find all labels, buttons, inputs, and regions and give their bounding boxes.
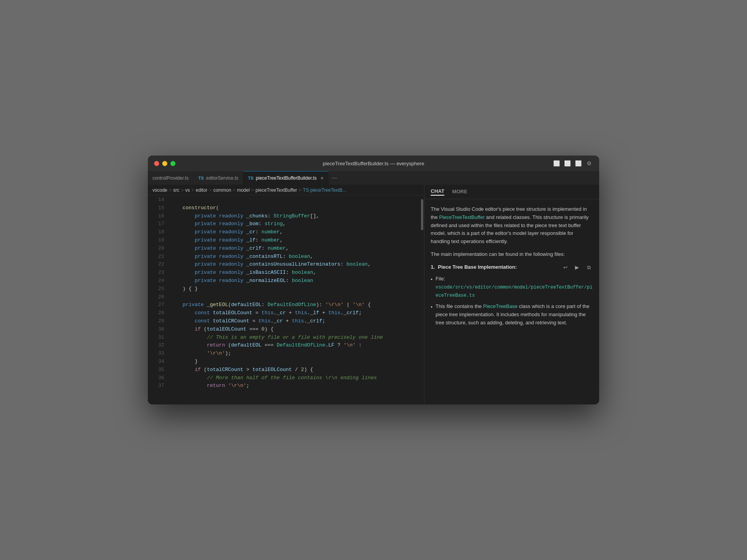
chat-content: The Visual Studio Code editor's piece tr…: [424, 199, 599, 404]
code-line-19: private readonly _lf: number,: [170, 236, 419, 245]
bc-src[interactable]: src: [173, 187, 179, 193]
tab-piecetree[interactable]: TS pieceTreeTextBufferBuilder.ts ×: [243, 171, 328, 185]
close-button[interactable]: [154, 161, 159, 166]
code-line-23: private readonly _isBasicASCII: boolean,: [170, 269, 419, 277]
file-label: File:: [436, 276, 445, 282]
code-line-32: return (defaultEOL === DefaultEndOfLine.…: [170, 341, 419, 350]
titlebar-actions: ⬜ ⬜ ⬜ ⚙: [552, 159, 593, 167]
code-line-20: private readonly _crlf: number,: [170, 245, 419, 253]
section-1: 1. Piece Tree Base Implementation: ↩ ▶ ⧉…: [431, 263, 593, 327]
code-line-24: private readonly _normalizeEOL: boolean: [170, 277, 419, 285]
section-number-1: 1.: [431, 264, 436, 270]
code-line-22: private readonly _containsUnusualLineTer…: [170, 261, 419, 269]
editor-scrollbar[interactable]: [419, 195, 424, 404]
code-line-33: '\r\n');: [170, 350, 419, 358]
code-line-34: }: [170, 358, 419, 366]
code-line-31: // This is an empty file or a file with …: [170, 334, 419, 342]
section-1-header-row: 1. Piece Tree Base Implementation: ↩ ▶ ⧉: [431, 263, 593, 272]
tab-editorservice[interactable]: TS editorService.ts: [194, 171, 244, 185]
section-1-desc-bullet: • This file contains the PieceTreeBase c…: [431, 303, 593, 327]
chat-main-text: The main implementation can be found in …: [431, 250, 593, 259]
traffic-lights: [154, 161, 175, 166]
code-line-25: ) { }: [170, 285, 419, 293]
split-horizontal-icon[interactable]: ⬜: [563, 159, 571, 167]
tab-label: editorService.ts: [206, 175, 238, 181]
code-line-37: return '\r\n';: [170, 382, 419, 390]
minimize-button[interactable]: [162, 161, 167, 166]
app-window: pieceTreeTextBufferBuilder.ts — everysph…: [148, 156, 599, 404]
bc-editor[interactable]: editor: [196, 187, 207, 193]
split-left-icon[interactable]: ⬜: [552, 159, 560, 167]
undo-icon[interactable]: ↩: [561, 263, 570, 272]
maximize-button[interactable]: [170, 161, 175, 166]
code-line-21: private readonly _containsRTL: boolean,: [170, 253, 419, 261]
bc-vscode[interactable]: vscode: [153, 187, 167, 193]
tab-controlprovider[interactable]: controlProvider.ts: [148, 171, 194, 185]
bc-piecetree-folder[interactable]: pieceTreeTextBuffer: [256, 187, 297, 193]
settings-icon[interactable]: ⚙: [585, 159, 593, 167]
file-path-link[interactable]: vscode/src/vs/editor/common/model/pieceT…: [436, 285, 593, 298]
chat-intro: The Visual Studio Code editor's piece tr…: [431, 205, 593, 246]
code-line-26: [170, 293, 419, 301]
ts-badge: TS: [248, 176, 253, 180]
section-1-description: This file contains the PieceTreeBase cla…: [436, 303, 593, 327]
code-line-17: private readonly _bom: string,: [170, 220, 419, 228]
section-1-title: Piece Tree Base Implementation:: [438, 264, 517, 270]
code-line-18: private readonly _cr: number,: [170, 228, 419, 236]
code-line-29: const totalCRCount = this._cr + this._cr…: [170, 317, 419, 326]
code-line-28: const totalEOLCount = this._cr + this._l…: [170, 309, 419, 317]
bc-ts-file[interactable]: TS pieceTreeTextB…: [303, 187, 347, 193]
play-icon[interactable]: ▶: [573, 263, 581, 272]
code-line-30: if (totalEOLCount === 0) {: [170, 326, 419, 334]
titlebar: pieceTreeTextBufferBuilder.ts — everysph…: [148, 156, 599, 171]
code-editor[interactable]: constructor( private readonly _chunks: S…: [167, 195, 419, 404]
code-line-16: private readonly _chunks: StringBuffer[]…: [170, 212, 419, 220]
code-line-27: private _getEOL(defaultEOL: DefaultEndOf…: [170, 301, 419, 309]
breadcrumb: vscode > src > vs > editor > common > mo…: [148, 185, 424, 195]
code-line-36: // More than half of the file contains \…: [170, 374, 419, 382]
piecetreebase-link[interactable]: PieceTreeBase: [483, 303, 517, 309]
line-numbers: 14 15 16 17 18 19 20 21 22 23 24 25 26 2…: [148, 195, 167, 404]
window-title: pieceTreeTextBufferBuilder.ts — everysph…: [323, 161, 424, 166]
bc-vs[interactable]: vs: [185, 187, 190, 193]
tab-label: controlProvider.ts: [153, 175, 189, 181]
piecetreebuffer-link[interactable]: PieceTreeTextBuffer: [439, 214, 485, 220]
code-line-15: constructor(: [170, 204, 419, 212]
tab-chat[interactable]: CHAT: [431, 188, 444, 196]
section-1-actions: ↩ ▶ ⧉: [561, 263, 593, 272]
code-line-35: if (totalCRCount > totalEOLCount / 2) {: [170, 366, 419, 374]
tab-close-icon[interactable]: ×: [321, 175, 324, 181]
tab-overflow-icon[interactable]: ···: [329, 175, 340, 182]
main-content: vscode > src > vs > editor > common > mo…: [148, 185, 599, 404]
chat-header: CHAT MORE: [424, 185, 599, 199]
code-area: 14 15 16 17 18 19 20 21 22 23 24 25 26 2…: [148, 195, 424, 404]
bc-common[interactable]: common: [213, 187, 231, 193]
editor-panel: vscode > src > vs > editor > common > mo…: [148, 185, 424, 404]
split-right-icon[interactable]: ⬜: [574, 159, 582, 167]
section-1-file-bullet: • File: vscode/src/vs/editor/common/mode…: [431, 275, 593, 299]
scrollbar-thumb: [421, 199, 423, 230]
bc-model[interactable]: model: [237, 187, 250, 193]
tabbar: controlProvider.ts TS editorService.ts T…: [148, 171, 599, 185]
tab-more[interactable]: MORE: [452, 189, 467, 195]
tab-label: pieceTreeTextBufferBuilder.ts: [256, 175, 317, 181]
ts-badge: TS: [198, 176, 204, 180]
copy-icon[interactable]: ⧉: [584, 263, 593, 272]
chat-panel: CHAT MORE The Visual Studio Code editor'…: [424, 185, 599, 404]
code-line-14: [170, 196, 419, 204]
